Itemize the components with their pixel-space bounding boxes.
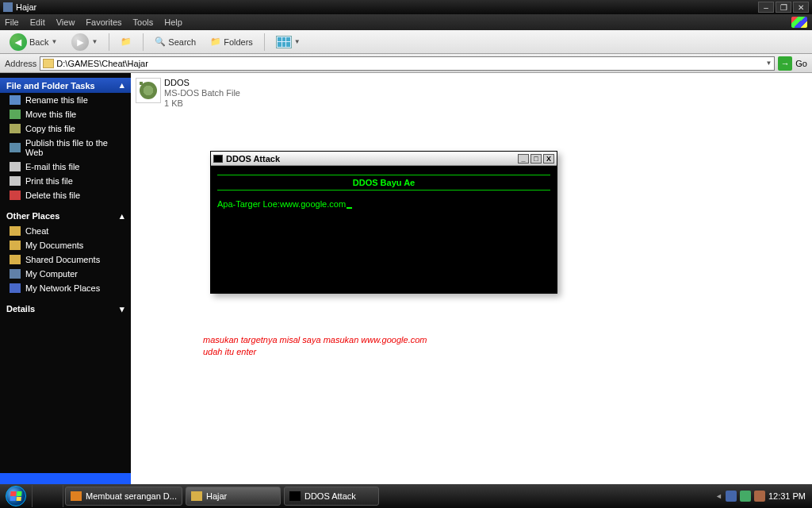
sidebar-accent (0, 473, 131, 484)
go-label: Go (795, 59, 807, 68)
task-icon (10, 124, 21, 133)
taskbar-item[interactable]: Hajar (186, 487, 281, 506)
tray-icon[interactable] (754, 491, 765, 502)
menu-file[interactable]: File (5, 17, 19, 27)
cmd-divider (217, 175, 550, 175)
clock[interactable]: 12:31 PM (768, 491, 806, 501)
task-item[interactable]: Copy this file (0, 121, 131, 136)
views-button[interactable]: ▼ (271, 34, 305, 50)
address-box[interactable]: ▼ (40, 56, 775, 71)
tray-icon[interactable] (726, 491, 737, 502)
forward-arrow-icon: ► (71, 33, 89, 51)
cmd-close-button[interactable]: X (543, 154, 554, 164)
place-icon (10, 226, 21, 236)
search-icon: 🔍 (155, 37, 166, 47)
tray-expand-icon[interactable]: ◄ (715, 492, 722, 500)
menu-tools[interactable]: Tools (133, 17, 154, 27)
separator (109, 33, 109, 51)
chevron-down-icon: ▼ (91, 38, 98, 45)
file-item[interactable]: DDOS MS-DOS Batch File 1 KB (134, 76, 293, 110)
places-header[interactable]: Other Places▴ (0, 209, 131, 224)
window-titlebar: Hajar – ❐ ✕ (0, 0, 812, 14)
task-label: Rename this file (25, 95, 88, 105)
place-item[interactable]: Cheat (0, 224, 131, 238)
place-item[interactable]: Shared Documents (0, 252, 131, 267)
file-type: MS-DOS Batch File (164, 88, 240, 98)
taskbar-item[interactable]: DDOS Attack (284, 487, 379, 506)
task-label: Membuat serangan D... (86, 491, 177, 501)
tray-icon[interactable] (740, 491, 751, 502)
task-item[interactable]: Print this file (0, 174, 131, 188)
cmd-title: DDOS Attack (226, 154, 515, 164)
chevron-down-icon: ▼ (51, 38, 57, 45)
batch-file-icon (136, 78, 161, 103)
task-item[interactable]: Move this file (0, 107, 131, 121)
tasks-header-label: File and Folder Tasks (6, 81, 95, 90)
menu-edit[interactable]: Edit (30, 17, 45, 27)
collapse-icon: ▴ (120, 211, 124, 221)
task-item[interactable]: Rename this file (0, 93, 131, 107)
maximize-button[interactable]: ❐ (776, 2, 791, 13)
task-icon (10, 190, 21, 200)
separator (264, 33, 265, 51)
back-button[interactable]: ◄ Back ▼ (5, 32, 62, 52)
back-label: Back (29, 37, 48, 47)
file-name: DDOS (164, 78, 240, 88)
up-button[interactable]: 📁 (116, 35, 136, 48)
window-title: Hajar (16, 2, 758, 12)
cmd-prompt: Apa-Targer Loe: (217, 199, 280, 209)
search-button[interactable]: 🔍Search (150, 35, 201, 48)
cmd-titlebar[interactable]: DDOS Attack _ □ X (211, 152, 557, 166)
forward-button[interactable]: ► ▼ (67, 32, 102, 52)
place-item[interactable]: My Documents (0, 238, 131, 252)
menu-help[interactable]: Help (164, 17, 182, 27)
menu-view[interactable]: View (56, 17, 75, 27)
go-button[interactable]: → (778, 56, 792, 71)
annotation-line2: udah itu enter (203, 346, 427, 358)
start-button[interactable] (0, 484, 32, 508)
taskbar-item[interactable]: Membuat serangan D... (65, 487, 182, 506)
folders-icon: 📁 (210, 37, 221, 47)
close-button[interactable]: ✕ (793, 2, 809, 13)
file-text: DDOS MS-DOS Batch File 1 KB (164, 78, 240, 109)
task-item[interactable]: Delete this file (0, 188, 131, 202)
task-icon (10, 95, 21, 105)
task-icon (10, 176, 21, 186)
task-app-icon (191, 491, 202, 501)
task-label: Delete this file (25, 190, 80, 200)
tasks-header[interactable]: File and Folder Tasks▴ (0, 78, 131, 93)
address-input[interactable] (56, 59, 763, 68)
cmd-divider (217, 190, 550, 190)
menu-favorites[interactable]: Favorites (86, 17, 121, 27)
task-icon (10, 110, 21, 119)
place-item[interactable]: My Computer (0, 267, 131, 281)
place-icon (10, 241, 21, 250)
task-app-icon (289, 491, 301, 501)
window-controls: – ❐ ✕ (758, 2, 809, 13)
cmd-banner: DDOS Bayu Ae (217, 178, 550, 187)
cmd-body[interactable]: DDOS Bayu Ae Apa-Targer Loe:www.google.c… (211, 166, 557, 293)
place-label: Shared Documents (25, 255, 100, 264)
back-arrow-icon: ◄ (10, 33, 27, 51)
quick-launch[interactable] (32, 485, 63, 507)
system-tray: ◄ 12:31 PM (715, 491, 812, 502)
place-icon (10, 269, 21, 279)
address-label: Address (5, 59, 36, 68)
folders-button[interactable]: 📁Folders (205, 35, 258, 48)
windows-flag-icon (791, 17, 807, 28)
task-item[interactable]: E-mail this file (0, 160, 131, 174)
search-label: Search (168, 37, 196, 47)
cmd-minimize-button[interactable]: _ (518, 154, 529, 164)
separator (143, 33, 144, 51)
annotation-line1: masukan targetnya misal saya masukan www… (203, 334, 427, 346)
cmd-maximize-button[interactable]: □ (530, 154, 542, 164)
chevron-down-icon[interactable]: ▼ (765, 60, 772, 67)
place-label: My Computer (25, 269, 78, 279)
minimize-button[interactable]: – (758, 2, 774, 13)
details-header[interactable]: Details▾ (0, 302, 131, 317)
cursor-icon (347, 207, 352, 209)
task-item[interactable]: Publish this file to the Web (0, 136, 131, 160)
place-item[interactable]: My Network Places (0, 281, 131, 295)
task-icon (10, 143, 21, 152)
taskbar: Membuat serangan D...HajarDDOS Attack ◄ … (0, 484, 812, 508)
